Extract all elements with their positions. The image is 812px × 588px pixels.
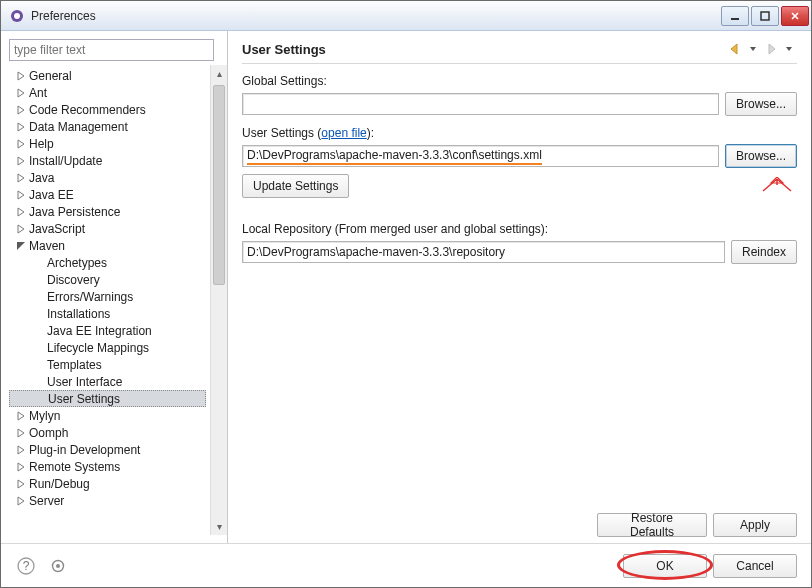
tree-item-label: JavaScript	[29, 222, 85, 236]
minimize-button[interactable]	[721, 6, 749, 26]
chevron-right-icon[interactable]	[15, 104, 27, 116]
page-buttons: Restore Defaults Apply	[242, 505, 797, 537]
ok-button[interactable]: OK	[623, 554, 707, 578]
open-file-link[interactable]: open file	[321, 126, 366, 140]
chevron-right-icon[interactable]	[15, 410, 27, 422]
tree-item-label: Oomph	[29, 426, 68, 440]
tree-item[interactable]: Mylyn	[9, 407, 210, 424]
tree-item[interactable]: Plug-in Development	[9, 441, 210, 458]
chevron-right-icon[interactable]	[15, 189, 27, 201]
chevron-right-icon[interactable]	[15, 121, 27, 133]
tree-item[interactable]: Lifecycle Mappings	[9, 339, 210, 356]
maximize-button[interactable]	[751, 6, 779, 26]
tree-item-label: Java EE	[29, 188, 74, 202]
close-button[interactable]	[781, 6, 809, 26]
tree-item[interactable]: Errors/Warnings	[9, 288, 210, 305]
tree-item-label: Remote Systems	[29, 460, 120, 474]
chevron-right-icon[interactable]	[15, 138, 27, 150]
cancel-button[interactable]: Cancel	[713, 554, 797, 578]
progress-icon	[47, 555, 69, 577]
forward-dropdown-icon[interactable]	[781, 41, 797, 57]
tree-spacer	[33, 342, 45, 354]
svg-point-1	[14, 13, 20, 19]
tree-spacer	[34, 393, 46, 405]
restore-defaults-button[interactable]: Restore Defaults	[597, 513, 707, 537]
scroll-down-icon[interactable]: ▾	[211, 518, 227, 535]
tree-item-label: Java	[29, 171, 54, 185]
svg-rect-3	[761, 12, 769, 20]
tree-item[interactable]: User Interface	[9, 373, 210, 390]
filter-input[interactable]	[9, 39, 214, 61]
tree-item[interactable]: Data Management	[9, 118, 210, 135]
chevron-right-icon[interactable]	[15, 155, 27, 167]
chevron-right-icon[interactable]	[15, 427, 27, 439]
scroll-thumb[interactable]	[213, 85, 225, 285]
tree-item[interactable]: General	[9, 67, 210, 84]
back-icon[interactable]	[727, 41, 743, 57]
tree-spacer	[33, 291, 45, 303]
tree-item-label: Archetypes	[47, 256, 107, 270]
tree-item[interactable]: Install/Update	[9, 152, 210, 169]
body: GeneralAntCode RecommendersData Manageme…	[1, 31, 811, 543]
forward-icon[interactable]	[763, 41, 779, 57]
tree-item-label: Install/Update	[29, 154, 102, 168]
tree-item-label: Installations	[47, 307, 110, 321]
reindex-button[interactable]: Reindex	[731, 240, 797, 264]
global-settings-input[interactable]	[242, 93, 719, 115]
help-icon[interactable]: ?	[15, 555, 37, 577]
chevron-right-icon[interactable]	[15, 478, 27, 490]
tree-item[interactable]: Code Recommenders	[9, 101, 210, 118]
tree-item[interactable]: Remote Systems	[9, 458, 210, 475]
chevron-right-icon[interactable]	[15, 461, 27, 473]
tree-item[interactable]: Ant	[9, 84, 210, 101]
chevron-right-icon[interactable]	[15, 223, 27, 235]
tree-item[interactable]: Templates	[9, 356, 210, 373]
history-nav	[727, 41, 797, 57]
global-browse-button[interactable]: Browse...	[725, 92, 797, 116]
tree-item[interactable]: Server	[9, 492, 210, 509]
tree-item[interactable]: User Settings	[9, 390, 206, 407]
tree-item[interactable]: Help	[9, 135, 210, 152]
tree-item[interactable]: Java EE	[9, 186, 210, 203]
tree-spacer	[33, 376, 45, 388]
tree-item-label: Help	[29, 137, 54, 151]
chevron-right-icon[interactable]	[15, 206, 27, 218]
user-browse-button[interactable]: Browse...	[725, 144, 797, 168]
chevron-right-icon[interactable]	[15, 495, 27, 507]
tree-scrollbar[interactable]: ▴ ▾	[210, 65, 227, 535]
tree-item[interactable]: JavaScript	[9, 220, 210, 237]
tree-spacer	[33, 308, 45, 320]
chevron-right-icon[interactable]	[15, 444, 27, 456]
svg-point-9	[56, 564, 60, 568]
local-repo-label: Local Repository (From merged user and g…	[242, 222, 797, 236]
back-dropdown-icon[interactable]	[745, 41, 761, 57]
tree-item[interactable]: Discovery	[9, 271, 210, 288]
tree-item-label: Ant	[29, 86, 47, 100]
window-title: Preferences	[31, 9, 721, 23]
titlebar[interactable]: Preferences	[1, 1, 811, 31]
tree-spacer	[33, 274, 45, 286]
tree-spacer	[33, 257, 45, 269]
chevron-right-icon[interactable]	[15, 172, 27, 184]
footer: ? OK Cancel	[1, 543, 811, 587]
chevron-right-icon[interactable]	[15, 70, 27, 82]
update-settings-button[interactable]: Update Settings	[242, 174, 349, 198]
user-settings-input[interactable]: D:\DevPrograms\apache-maven-3.3.3\conf\s…	[242, 145, 719, 167]
tree-item[interactable]: Maven	[9, 237, 210, 254]
tree-item[interactable]: Run/Debug	[9, 475, 210, 492]
tree-item[interactable]: Java EE Integration	[9, 322, 210, 339]
scroll-up-icon[interactable]: ▴	[211, 65, 227, 82]
chevron-down-icon[interactable]	[15, 240, 27, 252]
preferences-window: Preferences GeneralAntCode RecommendersD…	[0, 0, 812, 588]
window-buttons	[721, 6, 809, 26]
tree-item[interactable]: Installations	[9, 305, 210, 322]
annotation-arrow-icon	[757, 177, 797, 195]
chevron-right-icon[interactable]	[15, 87, 27, 99]
tree-item[interactable]: Oomph	[9, 424, 210, 441]
local-repo-input[interactable]	[242, 241, 725, 263]
apply-button[interactable]: Apply	[713, 513, 797, 537]
tree-item[interactable]: Java Persistence	[9, 203, 210, 220]
tree-item[interactable]: Archetypes	[9, 254, 210, 271]
tree-item[interactable]: Java	[9, 169, 210, 186]
preferences-tree[interactable]: GeneralAntCode RecommendersData Manageme…	[9, 65, 210, 535]
